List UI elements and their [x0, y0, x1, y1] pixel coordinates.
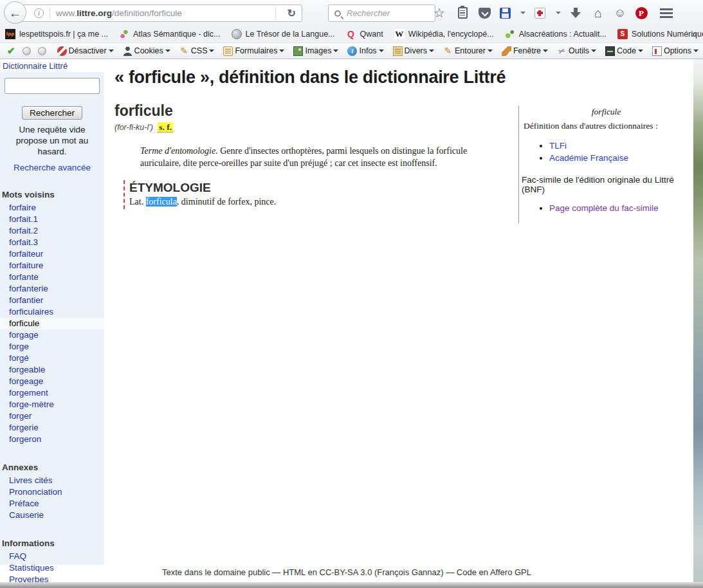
bookmark-favicon [119, 29, 129, 39]
webdev-menu-item[interactable]: CSS [179, 46, 215, 56]
reload-icon[interactable]: ↻ [288, 7, 296, 19]
webdev-menu-item[interactable]: Divers [393, 46, 434, 56]
sidebar-word-link[interactable]: forgé [9, 353, 29, 363]
webdev-menu-item[interactable]: Options [652, 46, 698, 56]
sidebar-word-link[interactable]: forficule [9, 318, 39, 328]
pinterest-icon[interactable] [634, 5, 649, 21]
save-dropdown-caret[interactable] [515, 5, 531, 21]
sidebar-word-link[interactable]: forgeage [9, 376, 43, 386]
menu-icon[interactable] [659, 5, 674, 21]
neighbor-word-row: forfaiteur [0, 248, 104, 260]
webdev-menu-item[interactable]: Outils [557, 46, 596, 56]
webdev-item-icon [502, 46, 511, 56]
bookmark-item[interactable]: Le Trésor de la Langue... [232, 29, 335, 39]
sidebar-word-link[interactable]: forfaire [9, 203, 36, 212]
sidebar-word-link[interactable]: forfaiteur [9, 249, 43, 259]
external-dictionary-link[interactable]: Académie Française [549, 153, 628, 163]
external-dictionary-link[interactable]: TLFi [549, 141, 567, 151]
sidebar-word-link[interactable]: forgerie [9, 423, 39, 432]
information-link[interactable]: FAQ [9, 551, 26, 561]
annex-row: Livres cités [0, 475, 104, 486]
annex-link[interactable]: Causerie [9, 510, 44, 520]
home-icon[interactable]: ⌂ [590, 5, 606, 21]
addon-dropdown-caret[interactable] [551, 5, 566, 21]
back-button[interactable]: ← [4, 1, 26, 24]
bookmark-item[interactable]: Wikipédia, l'encyclopé... [394, 29, 494, 39]
sidebar-word-link[interactable]: forfaiture [9, 261, 43, 270]
url-domain: littre.org [77, 8, 112, 18]
sidebar-word-link[interactable]: forfanterie [9, 284, 48, 293]
advanced-search-link[interactable]: Recherche avancée [0, 163, 104, 172]
sidebar-word-link[interactable]: forfait.3 [9, 237, 38, 247]
webdev-menu-item[interactable]: Infos [347, 46, 383, 56]
bookmark-star-icon[interactable]: ☆ [432, 5, 447, 21]
browser-search-box[interactable]: Rechercher [328, 5, 435, 22]
dict-links-list: TLFi Académie Française [519, 140, 693, 164]
sidebar-word-link[interactable]: forfait.1 [9, 214, 38, 224]
main-content: « forficule », définition dans le dictio… [114, 59, 518, 209]
sidebar-word-link[interactable]: forge-mètre [9, 400, 54, 409]
webdev-item-icon [443, 46, 453, 56]
caret-down-icon [638, 50, 643, 52]
facsimile-link[interactable]: Page complète du fac-simile [549, 203, 659, 213]
neighbor-word-row: forfait.1 [0, 214, 104, 225]
sidebar-word-link[interactable]: forgement [9, 388, 48, 398]
facsimile-link-row: Page complète du fac-simile [549, 202, 693, 214]
sidebar-word-link[interactable]: forficulaires [9, 307, 53, 317]
webdev-menu-item[interactable]: Images [293, 46, 338, 56]
reload-area: ↻ [269, 7, 302, 19]
downloads-icon[interactable] [568, 5, 583, 21]
part-of-speech-highlighted[interactable]: s. f. [158, 122, 173, 133]
browser-chrome: ← i www.littre.org/definition/forficule … [0, 0, 703, 59]
bookmark-favicon [346, 29, 356, 39]
sidebar-word-link[interactable]: forfante [9, 272, 39, 282]
webdev-item-label: Outils [569, 46, 589, 55]
bookmark-item[interactable]: Atlas Sémantique - dic... [119, 29, 220, 39]
neighbor-word-row: forgé [0, 353, 104, 364]
site-title-link[interactable]: Dictionnaire Littré [3, 61, 68, 71]
webdev-menu-item[interactable]: Cookies [123, 46, 170, 56]
webdev-menu-item[interactable]: Fenêtre [502, 46, 548, 56]
annexes-heading: Annexes [2, 463, 104, 472]
bookmark-item[interactable]: Solutions Numériques ... [617, 29, 703, 39]
caret-down-icon [543, 50, 548, 52]
webdev-item-icon [223, 46, 233, 56]
sidebar-word-link[interactable]: forfantier [9, 295, 43, 305]
bookmarks-toolbar: » lespetitspois.fr | ça me ... Atlas Sém… [0, 26, 703, 42]
neighbor-word-row: forger [0, 410, 104, 422]
bookmark-item[interactable]: Alsacréations : Actualit... [505, 29, 607, 39]
neighbor-word-row: forfaire [0, 202, 104, 214]
sidebar-word-link[interactable]: forgage [9, 330, 39, 340]
webdev-item-label: Code [617, 46, 636, 55]
sidebar-word-link[interactable]: forge [9, 342, 29, 351]
bookmarks-overflow-chevron[interactable]: » [691, 29, 697, 39]
url-bar[interactable]: i www.littre.org/definition/forficule ↻ [18, 5, 302, 22]
status-orb-icon [23, 47, 31, 55]
sidebar-word-link[interactable]: forfait.2 [9, 226, 38, 235]
pocket-icon[interactable] [477, 5, 492, 21]
sidebar-word-link[interactable]: forger [9, 411, 32, 421]
bookmark-item[interactable]: Qwant [346, 29, 383, 39]
webdev-menu-item[interactable]: Formulaires [223, 46, 284, 56]
addon-health-icon[interactable] [532, 5, 547, 21]
page-info-icon[interactable]: i [34, 8, 44, 18]
red-cross-icon [534, 8, 545, 19]
sidebar-word-link[interactable]: forgeable [9, 365, 45, 374]
webdev-menu-item[interactable]: Désactiver [57, 46, 114, 56]
bookmark-favicon [505, 29, 515, 39]
feedback-smiley-icon[interactable]: ☺ [612, 5, 628, 21]
caret-down-icon [520, 12, 525, 14]
caret-down-icon [488, 50, 493, 52]
annex-link[interactable]: Prononciation [9, 487, 62, 497]
reading-list-icon[interactable] [455, 5, 470, 21]
search-submit-button[interactable]: Rechercher [22, 106, 82, 120]
annex-link[interactable]: Préface [9, 499, 39, 508]
smiley-glyph: ☺ [614, 7, 626, 19]
sidebar-word-link[interactable]: forgeron [9, 434, 41, 444]
webdev-menu-item[interactable]: Entourer [443, 46, 493, 56]
annex-link[interactable]: Livres cités [9, 475, 53, 485]
save-page-icon[interactable] [497, 5, 513, 21]
dictionary-search-input[interactable] [5, 78, 100, 94]
bookmark-item[interactable]: lespetitspois.fr | ça me ... [5, 29, 108, 39]
webdev-menu-item[interactable]: Code [605, 46, 643, 56]
